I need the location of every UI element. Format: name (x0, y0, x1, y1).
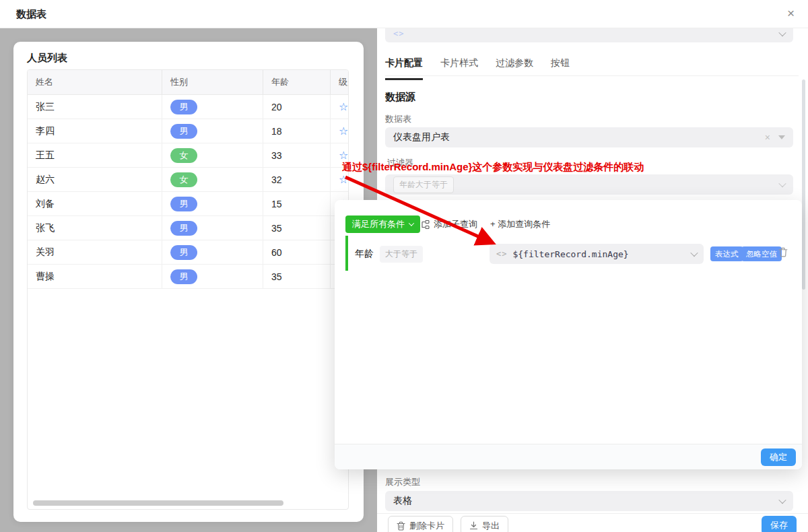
star-icon[interactable]: ☆ (339, 102, 348, 112)
cell-name: 刘备 (28, 192, 162, 215)
add-condition-button[interactable]: + 添加查询条件 (490, 215, 550, 233)
column-header-name: 姓名 (28, 70, 162, 94)
export-button[interactable]: 导出 (461, 516, 508, 532)
save-button[interactable]: 保存 (762, 516, 797, 532)
condition-value-input[interactable]: <> ${filterRecord.minAge} (490, 244, 704, 264)
column-header-age: 年龄 (263, 70, 331, 94)
subquery-tree-icon (421, 220, 430, 229)
popup-footer: 确定 (335, 444, 802, 469)
cell-age: 32 (263, 168, 331, 191)
gender-pill: 男 (170, 245, 197, 260)
ignore-empty-badge[interactable]: 忽略空值 (741, 246, 782, 261)
chevron-down-icon (690, 249, 698, 257)
cell-age: 20 (263, 95, 331, 119)
query-condition-popup: 满足所有条件 添加子查询 + 添加查询条件 年龄 大于等于 <> ${filte… (335, 200, 802, 469)
clear-icon[interactable]: × (765, 132, 770, 143)
chevron-down-icon (409, 220, 414, 226)
chevron-down-icon (778, 28, 786, 36)
config-tabs: 卡片配置 卡片样式 过滤参数 按钮 (385, 57, 570, 80)
panel-scrollbar[interactable] (802, 79, 805, 290)
tab-card-style[interactable]: 卡片样式 (440, 57, 478, 80)
add-subquery-button[interactable]: 添加子查询 (421, 215, 477, 233)
footer-divider (377, 513, 808, 514)
cell-name: 赵六 (28, 168, 162, 191)
cell-name: 关羽 (28, 240, 162, 264)
code-icon: <> (393, 29, 404, 38)
gender-pill: 男 (170, 221, 197, 236)
cell-name: 张三 (28, 95, 162, 119)
star-icon[interactable]: ☆ (339, 150, 348, 161)
match-mode-button[interactable]: 满足所有条件 (345, 215, 420, 233)
display-type-label: 展示类型 (385, 476, 420, 488)
table-row: 曹操 男 35 ☆ (28, 265, 349, 289)
tab-filter-params[interactable]: 过滤参数 (496, 57, 533, 80)
tab-button[interactable]: 按钮 (551, 57, 570, 80)
datasheet-select-value: 仪表盘用户表 (393, 131, 450, 143)
condition-group-bar (345, 236, 348, 271)
column-header-level: 级别 (331, 70, 349, 94)
table-row: 李四 男 18 ☆ (28, 119, 349, 143)
table-row: 张飞 男 35 ☆ (28, 216, 349, 240)
code-icon: <> (496, 249, 507, 259)
cell-name: 曹操 (28, 265, 162, 288)
condition-field: 年龄 (355, 248, 374, 260)
chevron-down-icon (778, 496, 786, 504)
cell-name: 王五 (28, 143, 162, 167)
datasheet-select[interactable]: 仪表盘用户表 × (385, 127, 793, 147)
cell-age: 60 (263, 240, 331, 264)
gender-pill: 男 (170, 269, 197, 284)
gender-pill: 男 (170, 124, 197, 139)
gender-pill: 女 (170, 148, 197, 163)
table-row: 关羽 男 60 ☆ (28, 240, 349, 265)
table-row: 王五 女 33 ☆ (28, 143, 349, 168)
caret-down-icon (778, 135, 785, 139)
datasheet-label: 数据表 (385, 113, 411, 125)
horizontal-scrollbar[interactable] (33, 500, 283, 506)
close-icon[interactable]: × (787, 0, 795, 27)
cell-age: 35 (263, 216, 331, 240)
star-icon[interactable]: ☆ (339, 126, 348, 137)
chevron-down-icon (778, 180, 786, 187)
display-type-select[interactable]: 表格 (385, 491, 793, 511)
cell-age: 18 (263, 119, 331, 143)
trash-icon (397, 521, 405, 531)
gender-pill: 男 (170, 100, 197, 114)
delete-condition-icon[interactable] (778, 247, 788, 257)
condition-row: 年龄 大于等于 (355, 244, 423, 264)
delete-card-button[interactable]: 删除卡片 (388, 516, 453, 532)
cell-name: 李四 (28, 119, 162, 143)
condition-operator-chip[interactable]: 大于等于 (380, 246, 423, 263)
cell-name: 张飞 (28, 216, 162, 240)
confirm-button[interactable]: 确定 (761, 448, 796, 466)
gender-pill: 男 (170, 197, 197, 211)
window-titlebar: 数据表 × (0, 0, 808, 28)
column-header-gender: 性别 (162, 70, 263, 94)
window-title: 数据表 (16, 0, 46, 28)
table-row: 赵六 女 32 ☆ (28, 168, 349, 192)
filter-chip: 年龄大于等于 (393, 176, 454, 193)
annotation-text: 通过${filterRecord.minAge}这个参数实现与仪表盘过滤条件的联… (342, 161, 644, 174)
gender-pill: 女 (170, 172, 197, 187)
tabs-divider (385, 75, 799, 76)
table-row: 刘备 男 15 ☆ (28, 192, 349, 216)
condition-value-text: ${filterRecord.minAge} (512, 249, 686, 259)
cell-age: 33 (263, 143, 331, 167)
tab-card-config[interactable]: 卡片配置 (385, 57, 423, 80)
cell-age: 15 (263, 192, 331, 215)
filter-select[interactable]: 年龄大于等于 (385, 174, 793, 195)
people-table: 姓名 性别 年龄 级别 张三 男 20 ☆ 李四 男 18 ☆ 王五 女 33 … (27, 69, 349, 510)
table-body: 张三 男 20 ☆ 李四 男 18 ☆ 王五 女 33 ☆ 赵六 女 32 ☆ … (28, 95, 348, 289)
star-icon[interactable]: ☆ (339, 174, 348, 185)
table-row: 张三 男 20 ☆ (28, 95, 349, 119)
table-header-row: 姓名 性别 年龄 级别 (28, 70, 349, 95)
display-type-value: 表格 (393, 495, 412, 507)
expression-badge[interactable]: 表达式 (710, 246, 743, 261)
people-list-card: 人员列表 姓名 性别 年龄 级别 张三 男 20 ☆ 李四 男 18 ☆ 王五 … (13, 42, 364, 522)
cell-age: 35 (263, 265, 331, 288)
datasource-heading: 数据源 (385, 91, 415, 104)
card-title: 人员列表 (27, 52, 67, 65)
download-icon (469, 521, 478, 530)
